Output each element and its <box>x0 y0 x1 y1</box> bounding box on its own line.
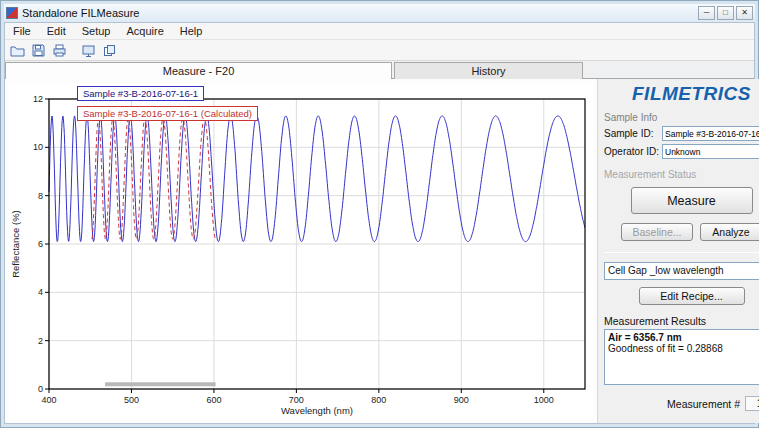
open-button[interactable] <box>8 41 27 59</box>
menu-setup[interactable]: Setup <box>74 23 119 40</box>
menu-file[interactable]: File <box>5 23 39 40</box>
legend-calculated: Sample #3-B-2016-07-16-1 (Calculated) <box>77 106 258 121</box>
tab-history[interactable]: History <box>394 62 583 79</box>
title-bar: Standalone FILMeasure ─ □ ✕ <box>4 4 755 22</box>
baseline-button[interactable]: Baseline... <box>621 223 693 241</box>
measurement-status-label: Measurement Status <box>604 169 759 180</box>
spectrum-chart: 4005006007008009001000024681012Wavelengt… <box>9 83 593 419</box>
content-area: 4005006007008009001000024681012Wavelengt… <box>5 79 754 423</box>
sample-info-label: Sample Info <box>604 112 759 123</box>
svg-text:Wavelength (nm): Wavelength (nm) <box>281 405 353 416</box>
measurement-results-label: Measurement Results <box>604 315 759 327</box>
svg-text:10: 10 <box>33 142 43 152</box>
operator-id-field[interactable] <box>662 144 759 159</box>
svg-text:12: 12 <box>33 94 43 104</box>
svg-text:600: 600 <box>206 395 221 405</box>
measurement-number-label: Measurement # <box>667 398 740 410</box>
result-air-gap: Air = 6356.7 nm <box>608 332 759 343</box>
copy-button[interactable] <box>100 41 119 59</box>
window-title: Standalone FILMeasure <box>22 7 698 19</box>
svg-text:8: 8 <box>38 191 43 201</box>
snapshot-icon <box>81 43 96 58</box>
save-icon <box>31 43 46 58</box>
reflectance-plot: 4005006007008009001000024681012Wavelengt… <box>9 83 593 419</box>
sample-id-row: Sample ID: <box>604 126 759 141</box>
application-window: Standalone FILMeasure ─ □ ✕ File Edit Se… <box>0 0 759 428</box>
measurement-number-row: Measurement # <box>604 396 759 411</box>
measure-tab-page: 4005006007008009001000024681012Wavelengt… <box>5 79 597 423</box>
tab-strip-filler <box>583 61 754 78</box>
copy-icon <box>102 43 117 58</box>
measurement-results-box: Air = 6356.7 nm Goodness of fit = 0.2886… <box>604 329 759 385</box>
brand-logo: FILMETRICS <box>604 83 759 105</box>
analyze-button[interactable]: Analyze <box>700 223 759 241</box>
operator-id-row: Operator ID: <box>604 144 759 159</box>
svg-text:4: 4 <box>38 287 43 297</box>
snapshot-button[interactable] <box>79 41 98 59</box>
svg-text:500: 500 <box>124 395 139 405</box>
svg-text:0: 0 <box>38 384 43 394</box>
svg-text:900: 900 <box>454 395 469 405</box>
tab-strip: Measure - F20 History <box>5 61 754 79</box>
menu-help[interactable]: Help <box>172 23 211 40</box>
recipe-dropdown-value: Cell Gap _low wavelength <box>605 263 759 279</box>
toolbar <box>5 40 754 61</box>
svg-text:400: 400 <box>41 395 56 405</box>
operator-id-label: Operator ID: <box>604 146 662 157</box>
menu-edit[interactable]: Edit <box>39 23 74 40</box>
print-icon <box>52 43 67 58</box>
print-button[interactable] <box>50 41 69 59</box>
window-controls: ─ □ ✕ <box>698 6 753 20</box>
measurement-number-field[interactable] <box>745 396 759 411</box>
legend-measured: Sample #3-B-2016-07-16-1 <box>77 86 204 101</box>
sample-id-field[interactable] <box>662 126 759 141</box>
svg-text:2: 2 <box>38 336 43 346</box>
client-area: File Edit Setup Acquire Help <box>4 22 755 424</box>
svg-text:700: 700 <box>289 395 304 405</box>
close-button[interactable]: ✕ <box>736 6 753 20</box>
save-button[interactable] <box>29 41 48 59</box>
recipe-dropdown[interactable]: Cell Gap _low wavelength ▼ <box>604 262 759 280</box>
menu-acquire[interactable]: Acquire <box>118 23 171 40</box>
tab-measure-f20[interactable]: Measure - F20 <box>5 62 392 80</box>
edit-recipe-button[interactable]: Edit Recipe... <box>639 287 745 305</box>
separator <box>604 252 759 253</box>
measure-button[interactable]: Measure <box>631 187 753 214</box>
control-panel: FILMETRICS Sample Info Sample ID: Operat… <box>597 79 759 423</box>
sample-id-label: Sample ID: <box>604 128 662 139</box>
minimize-button[interactable]: ─ <box>698 6 715 20</box>
svg-text:800: 800 <box>371 395 386 405</box>
result-goodness-of-fit: Goodness of fit = 0.28868 <box>608 343 759 354</box>
svg-text:1000: 1000 <box>534 395 554 405</box>
app-icon <box>6 7 18 19</box>
svg-text:6: 6 <box>38 239 43 249</box>
menu-bar: File Edit Setup Acquire Help <box>5 23 754 40</box>
open-icon <box>10 43 25 58</box>
baseline-analyze-row: Baseline... Analyze <box>604 223 759 241</box>
svg-text:Reflectance (%): Reflectance (%) <box>10 210 21 278</box>
maximize-button[interactable]: □ <box>717 6 734 20</box>
